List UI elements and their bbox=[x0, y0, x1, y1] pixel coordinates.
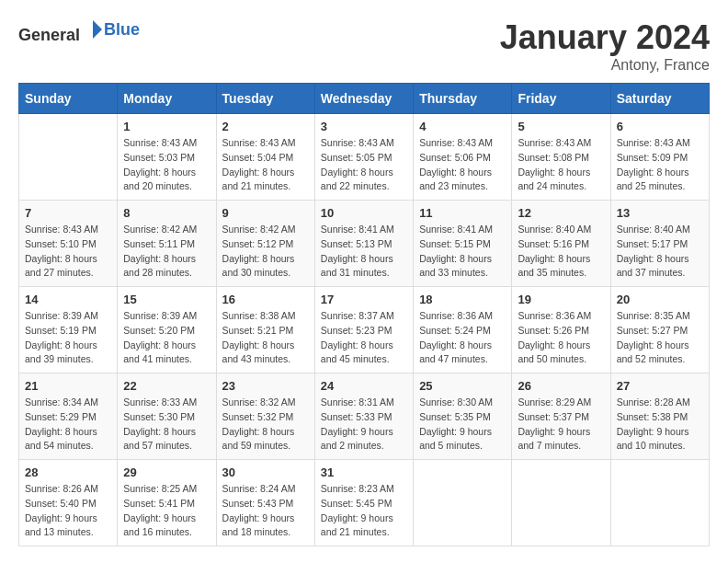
calendar-cell bbox=[19, 114, 118, 201]
calendar-cell bbox=[512, 460, 610, 546]
day-info: Sunrise: 8:26 AMSunset: 5:40 PMDaylight:… bbox=[25, 482, 111, 540]
day-info: Sunrise: 8:23 AMSunset: 5:45 PMDaylight:… bbox=[321, 482, 407, 540]
weekday-header-sunday: Sunday bbox=[19, 84, 118, 114]
logo: General Blue bbox=[18, 18, 140, 45]
calendar-cell: 14Sunrise: 8:39 AMSunset: 5:19 PMDayligh… bbox=[19, 287, 118, 373]
day-number: 26 bbox=[518, 379, 604, 393]
day-info: Sunrise: 8:39 AMSunset: 5:20 PMDaylight:… bbox=[123, 309, 210, 367]
week-row-4: 21Sunrise: 8:34 AMSunset: 5:29 PMDayligh… bbox=[19, 373, 710, 460]
location-title: Antony, France bbox=[500, 57, 710, 74]
day-info: Sunrise: 8:32 AMSunset: 5:32 PMDaylight:… bbox=[222, 396, 309, 454]
day-info: Sunrise: 8:41 AMSunset: 5:13 PMDaylight:… bbox=[321, 223, 407, 281]
week-row-2: 7Sunrise: 8:43 AMSunset: 5:10 PMDaylight… bbox=[19, 201, 710, 287]
calendar-cell: 19Sunrise: 8:36 AMSunset: 5:26 PMDayligh… bbox=[512, 287, 610, 373]
day-number: 30 bbox=[222, 465, 309, 479]
day-info: Sunrise: 8:43 AMSunset: 5:08 PMDaylight:… bbox=[518, 136, 604, 194]
day-info: Sunrise: 8:40 AMSunset: 5:17 PMDaylight:… bbox=[617, 223, 703, 281]
day-info: Sunrise: 8:43 AMSunset: 5:04 PMDaylight:… bbox=[222, 136, 309, 194]
day-info: Sunrise: 8:33 AMSunset: 5:30 PMDaylight:… bbox=[123, 396, 210, 454]
calendar-cell: 12Sunrise: 8:40 AMSunset: 5:16 PMDayligh… bbox=[512, 201, 610, 287]
day-number: 1 bbox=[123, 120, 210, 133]
day-number: 20 bbox=[617, 293, 703, 306]
calendar-cell: 27Sunrise: 8:28 AMSunset: 5:38 PMDayligh… bbox=[610, 373, 709, 460]
weekday-header-friday: Friday bbox=[512, 84, 610, 114]
day-info: Sunrise: 8:24 AMSunset: 5:43 PMDaylight:… bbox=[222, 482, 309, 540]
day-number: 8 bbox=[123, 206, 210, 220]
day-number: 9 bbox=[222, 206, 309, 220]
day-info: Sunrise: 8:41 AMSunset: 5:15 PMDaylight:… bbox=[419, 223, 506, 281]
day-info: Sunrise: 8:42 AMSunset: 5:12 PMDaylight:… bbox=[222, 223, 309, 281]
day-number: 31 bbox=[321, 465, 407, 479]
day-info: Sunrise: 8:36 AMSunset: 5:24 PMDaylight:… bbox=[419, 309, 506, 367]
calendar-cell: 29Sunrise: 8:25 AMSunset: 5:41 PMDayligh… bbox=[118, 460, 216, 546]
weekday-header-thursday: Thursday bbox=[414, 84, 512, 114]
day-number: 19 bbox=[518, 293, 604, 306]
calendar-cell: 3Sunrise: 8:43 AMSunset: 5:05 PMDaylight… bbox=[314, 114, 413, 201]
calendar-cell: 18Sunrise: 8:36 AMSunset: 5:24 PMDayligh… bbox=[414, 287, 512, 373]
day-number: 3 bbox=[321, 120, 407, 133]
calendar-table: SundayMondayTuesdayWednesdayThursdayFrid… bbox=[18, 83, 710, 546]
week-row-3: 14Sunrise: 8:39 AMSunset: 5:19 PMDayligh… bbox=[19, 287, 710, 373]
calendar-cell: 24Sunrise: 8:31 AMSunset: 5:33 PMDayligh… bbox=[314, 373, 413, 460]
day-number: 5 bbox=[518, 120, 604, 133]
calendar-cell: 4Sunrise: 8:43 AMSunset: 5:06 PMDaylight… bbox=[414, 114, 512, 201]
calendar-cell: 13Sunrise: 8:40 AMSunset: 5:17 PMDayligh… bbox=[610, 201, 709, 287]
calendar-cell: 8Sunrise: 8:42 AMSunset: 5:11 PMDaylight… bbox=[118, 201, 216, 287]
day-number: 11 bbox=[419, 206, 506, 220]
calendar-cell: 22Sunrise: 8:33 AMSunset: 5:30 PMDayligh… bbox=[118, 373, 216, 460]
day-info: Sunrise: 8:28 AMSunset: 5:38 PMDaylight:… bbox=[617, 396, 703, 454]
day-info: Sunrise: 8:29 AMSunset: 5:37 PMDaylight:… bbox=[518, 396, 604, 454]
calendar-cell: 7Sunrise: 8:43 AMSunset: 5:10 PMDaylight… bbox=[19, 201, 118, 287]
calendar-cell: 2Sunrise: 8:43 AMSunset: 5:04 PMDaylight… bbox=[216, 114, 314, 201]
week-row-5: 28Sunrise: 8:26 AMSunset: 5:40 PMDayligh… bbox=[19, 460, 710, 546]
day-number: 12 bbox=[518, 206, 604, 220]
page-header: General Blue January 2024 Antony, France bbox=[18, 18, 710, 74]
day-info: Sunrise: 8:25 AMSunset: 5:41 PMDaylight:… bbox=[123, 482, 210, 540]
title-area: January 2024 Antony, France bbox=[500, 18, 710, 74]
calendar-cell: 31Sunrise: 8:23 AMSunset: 5:45 PMDayligh… bbox=[314, 460, 413, 546]
calendar-cell: 11Sunrise: 8:41 AMSunset: 5:15 PMDayligh… bbox=[414, 201, 512, 287]
day-number: 13 bbox=[617, 206, 703, 220]
calendar-cell: 6Sunrise: 8:43 AMSunset: 5:09 PMDaylight… bbox=[610, 114, 709, 201]
calendar-cell: 17Sunrise: 8:37 AMSunset: 5:23 PMDayligh… bbox=[314, 287, 413, 373]
day-number: 16 bbox=[222, 293, 309, 306]
day-info: Sunrise: 8:43 AMSunset: 5:09 PMDaylight:… bbox=[617, 136, 703, 194]
logo-general: General bbox=[18, 26, 80, 44]
svg-marker-0 bbox=[93, 20, 102, 39]
day-number: 22 bbox=[123, 379, 210, 393]
calendar-cell: 10Sunrise: 8:41 AMSunset: 5:13 PMDayligh… bbox=[314, 201, 413, 287]
day-number: 28 bbox=[25, 465, 111, 479]
day-number: 24 bbox=[321, 379, 407, 393]
day-info: Sunrise: 8:31 AMSunset: 5:33 PMDaylight:… bbox=[321, 396, 407, 454]
weekday-header-row: SundayMondayTuesdayWednesdayThursdayFrid… bbox=[19, 84, 710, 114]
weekday-header-tuesday: Tuesday bbox=[216, 84, 314, 114]
calendar-cell: 20Sunrise: 8:35 AMSunset: 5:27 PMDayligh… bbox=[610, 287, 709, 373]
day-number: 21 bbox=[25, 379, 111, 393]
day-number: 10 bbox=[321, 206, 407, 220]
calendar-cell bbox=[610, 460, 709, 546]
week-row-1: 1Sunrise: 8:43 AMSunset: 5:03 PMDaylight… bbox=[19, 114, 710, 201]
logo-icon bbox=[82, 18, 104, 40]
calendar-cell: 28Sunrise: 8:26 AMSunset: 5:40 PMDayligh… bbox=[19, 460, 118, 546]
calendar-cell: 9Sunrise: 8:42 AMSunset: 5:12 PMDaylight… bbox=[216, 201, 314, 287]
day-info: Sunrise: 8:36 AMSunset: 5:26 PMDaylight:… bbox=[518, 309, 604, 367]
weekday-header-saturday: Saturday bbox=[610, 84, 709, 114]
calendar-cell: 5Sunrise: 8:43 AMSunset: 5:08 PMDaylight… bbox=[512, 114, 610, 201]
calendar-cell: 15Sunrise: 8:39 AMSunset: 5:20 PMDayligh… bbox=[118, 287, 216, 373]
calendar-cell: 21Sunrise: 8:34 AMSunset: 5:29 PMDayligh… bbox=[19, 373, 118, 460]
day-info: Sunrise: 8:42 AMSunset: 5:11 PMDaylight:… bbox=[123, 223, 210, 281]
calendar-cell: 25Sunrise: 8:30 AMSunset: 5:35 PMDayligh… bbox=[414, 373, 512, 460]
day-info: Sunrise: 8:43 AMSunset: 5:05 PMDaylight:… bbox=[321, 136, 407, 194]
day-number: 23 bbox=[222, 379, 309, 393]
day-info: Sunrise: 8:39 AMSunset: 5:19 PMDaylight:… bbox=[25, 309, 111, 367]
logo-blue-text: Blue bbox=[104, 20, 140, 40]
day-number: 17 bbox=[321, 293, 407, 306]
day-number: 2 bbox=[222, 120, 309, 133]
day-info: Sunrise: 8:34 AMSunset: 5:29 PMDaylight:… bbox=[25, 396, 111, 454]
day-info: Sunrise: 8:43 AMSunset: 5:10 PMDaylight:… bbox=[25, 223, 111, 281]
logo-text: General bbox=[18, 18, 104, 45]
day-info: Sunrise: 8:40 AMSunset: 5:16 PMDaylight:… bbox=[518, 223, 604, 281]
calendar-cell: 26Sunrise: 8:29 AMSunset: 5:37 PMDayligh… bbox=[512, 373, 610, 460]
day-number: 25 bbox=[419, 379, 506, 393]
month-title: January 2024 bbox=[500, 18, 710, 57]
